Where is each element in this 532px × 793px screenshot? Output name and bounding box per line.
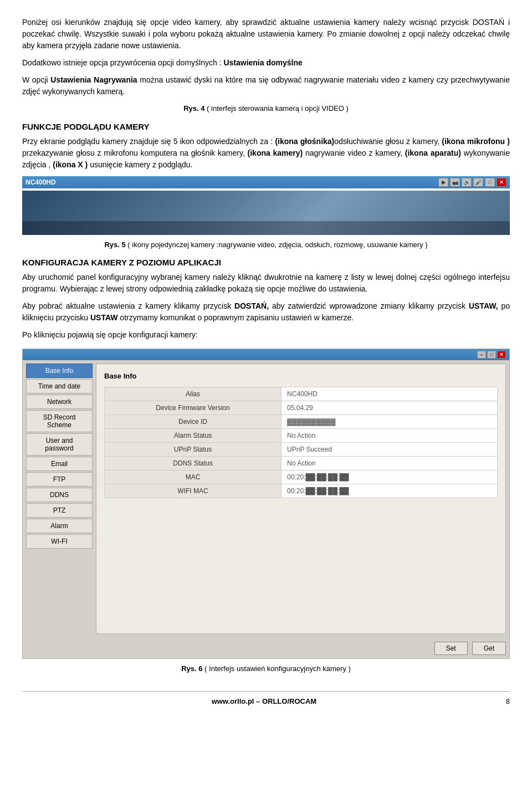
p4-t2: przekazywanie głosu z mikrofonu komputer… — [22, 149, 248, 157]
rys6-caption: Rys. 6 ( Interfejs ustawień konfiguracyj… — [22, 663, 510, 674]
p4-bold4: (ikona aparatu) — [405, 149, 461, 157]
row-value: 00:20:██:██:██:██ — [282, 484, 498, 498]
paragraph-5: Aby uruchomić panel konfiguracyjny wybra… — [22, 272, 510, 295]
row-value: 05.04.29 — [282, 401, 498, 415]
table-row: Device Firmware Version05.04.29 — [105, 401, 498, 415]
p4-bold3: (ikona kamery) — [248, 149, 303, 157]
nc400hd-label: NC400HD — [25, 178, 56, 186]
p2-text: Dodatkowo istnieje opcja przywrócenia op… — [22, 58, 223, 67]
row-label: Alarm Status — [105, 429, 282, 443]
panel-close-button[interactable]: ✕ — [497, 351, 506, 359]
p2-bold: Ustawienia domyślne — [223, 58, 302, 67]
paragraph-3: W opcji Ustawienia Nagrywania można usta… — [22, 74, 510, 98]
row-value: No Action — [282, 457, 498, 470]
sidebar-item-wi-fi[interactable]: WI-FI — [26, 534, 93, 549]
row-value: NC400HD — [282, 387, 498, 401]
nc400hd-bar: NC400HD ▶ 📷 🔊 🎤 □ ✕ — [22, 176, 510, 188]
sidebar-item-sd-record-scheme[interactable]: SD Record Scheme — [26, 410, 93, 432]
p6-bold1: DOSTAŃ, — [234, 301, 269, 310]
p6-t1: aby zatwierdzić wprowadzone zmiany klika… — [269, 301, 469, 310]
row-label: DDNS Status — [105, 457, 282, 470]
row-value: UPnP Succeed — [282, 443, 498, 457]
table-row: WIFI MAC00:20:██:██:██:██ — [105, 484, 498, 498]
sidebar-item-base-info[interactable]: Base Info — [26, 364, 93, 378]
sidebar-item-ddns[interactable]: DDNS — [26, 488, 93, 502]
row-label: Alias — [105, 387, 282, 401]
rys5-caption: Rys. 5 ( ikony pojedynczej kamery :nagry… — [22, 239, 510, 250]
content-title: Base Info — [104, 372, 498, 380]
rys5-label: Rys. 5 — [104, 241, 125, 249]
footer-line: www.orllo.pl – ORLLO/ROCAM 8 — [22, 691, 510, 705]
camera-icon[interactable]: 📷 — [450, 178, 460, 187]
sidebar-nav: Base InfoTime and dateNetworkSD Record S… — [26, 364, 93, 634]
rys5-text: ( ikony pojedynczej kamery :nagrywanie v… — [126, 241, 428, 249]
sidebar-item-network[interactable]: Network — [26, 395, 93, 409]
section1-heading: FUNKCJE PODGLĄDU KAMERY — [22, 122, 510, 131]
expand-icon[interactable]: □ — [485, 178, 495, 187]
row-value: ▓▓▓▓▓▓▓▓▓▓ — [282, 415, 498, 429]
table-row: DDNS StatusNo Action — [105, 457, 498, 470]
camera-config-panel: – □ ✕ Base InfoTime and dateNetworkSD Re… — [22, 349, 510, 659]
panel-titlebar: – □ ✕ — [23, 349, 509, 360]
p6-bold2: USTAW, — [469, 301, 498, 310]
p3-intro: W opcji — [22, 75, 50, 84]
row-label: WIFI MAC — [105, 484, 282, 498]
rys4-label: Rys. 4 — [183, 104, 204, 112]
p4-t3: nagrywanie video z kamery, — [303, 149, 405, 157]
row-label: MAC — [105, 470, 282, 484]
p6-intro: Aby pobrać aktualne ustawienia z kamery … — [22, 301, 234, 310]
info-table: AliasNC400HDDevice Firmware Version05.04… — [104, 387, 498, 498]
set-button[interactable]: Set — [434, 642, 468, 655]
sidebar-item-ptz[interactable]: PTZ — [26, 503, 93, 518]
table-row: AliasNC400HD — [105, 387, 498, 401]
sidebar-item-user-and-password[interactable]: User and password — [26, 433, 93, 456]
rys4-caption: Rys. 4 ( interfejs sterowania kamerą i o… — [22, 103, 510, 114]
row-label: Device ID — [105, 415, 282, 429]
paragraph-7: Po kliknięciu pojawią się opcje konfigur… — [22, 329, 510, 341]
p6-bold3: USTAW — [90, 313, 118, 322]
row-label: UPnP Status — [105, 443, 282, 457]
p3-bold: Ustawienia Nagrywania — [50, 75, 137, 84]
sidebar-item-alarm[interactable]: Alarm — [26, 519, 93, 533]
get-button[interactable]: Get — [472, 642, 506, 655]
page-number: 8 — [506, 697, 510, 705]
p6-t3: otrzymamy komunikat o poprawnym zapisani… — [117, 313, 354, 322]
maximize-button[interactable]: □ — [487, 351, 496, 359]
section2-heading: KONFIGURACJA KAMERY Z POZIOMU APLIKACJI — [22, 258, 510, 267]
paragraph-6: Aby pobrać aktualne ustawienia z kamery … — [22, 300, 510, 324]
mic-icon[interactable]: 🎤 — [473, 178, 483, 187]
p4-bold2: (ikona mikrofonu ) — [442, 137, 510, 146]
p4-intro: Przy ekranie podglądu kamery znajduje si… — [22, 137, 275, 146]
panel-body: Base InfoTime and dateNetworkSD Record S… — [23, 360, 509, 637]
rys6-text: ( Interfejs ustawień konfiguracyjnych ka… — [202, 664, 350, 673]
p4-bold1: (ikona głośnika) — [275, 137, 334, 146]
table-row: UPnP StatusUPnP Succeed — [105, 443, 498, 457]
titlebar-buttons: – □ ✕ — [477, 351, 506, 359]
rys6-label: Rys. 6 — [181, 664, 202, 673]
sidebar-item-ftp[interactable]: FTP — [26, 472, 93, 487]
rys4-text: ( interfejs sterowania kamerą i opcji VI… — [204, 104, 348, 112]
paragraph-1: Poniżej osi kierunków znajdują się opcje… — [22, 17, 510, 52]
row-value: No Action — [282, 429, 498, 443]
close-icon[interactable]: ✕ — [497, 178, 507, 187]
nc400hd-icons: ▶ 📷 🔊 🎤 □ ✕ — [438, 178, 507, 187]
p4-t1: odsłuchiwanie głosu z kamery, — [334, 137, 442, 146]
minimize-button[interactable]: – — [477, 351, 486, 359]
row-label: Device Firmware Version — [105, 401, 282, 415]
panel-footer: Set Get — [23, 637, 509, 658]
paragraph-2: Dodatkowo istnieje opcja przywrócenia op… — [22, 57, 510, 69]
p4-bold5: (ikona X ) — [53, 160, 88, 169]
speaker-icon[interactable]: 🔊 — [462, 178, 472, 187]
main-content-area: Base Info AliasNC400HDDevice Firmware Ve… — [96, 364, 506, 634]
p4-t5: usunięcie kamery z podglądu. — [88, 160, 192, 169]
row-value: 00:20:██:██:██:██ — [282, 470, 498, 484]
table-row: Device ID▓▓▓▓▓▓▓▓▓▓ — [105, 415, 498, 429]
table-row: MAC00:20:██:██:██:██ — [105, 470, 498, 484]
sidebar-item-email[interactable]: Email — [26, 457, 93, 471]
record-icon[interactable]: ▶ — [438, 178, 448, 187]
camera-preview — [22, 191, 510, 235]
footer-text: www.orllo.pl – ORLLO/ROCAM — [212, 697, 316, 705]
sidebar-item-time-and-date[interactable]: Time and date — [26, 379, 93, 393]
paragraph-4: Przy ekranie podglądu kamery znajduje si… — [22, 136, 510, 171]
table-row: Alarm StatusNo Action — [105, 429, 498, 443]
